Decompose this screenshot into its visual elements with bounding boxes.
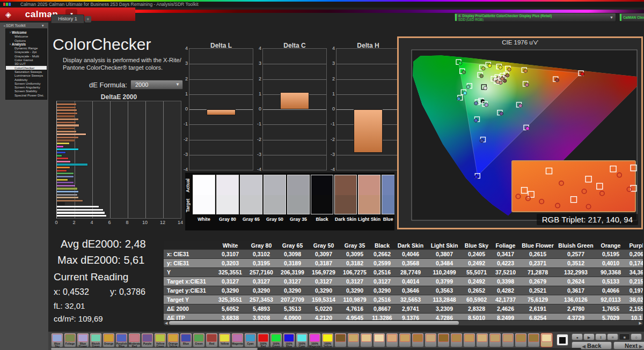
sidebar-item-spectral-power-dist-[interactable]: Spectral Power Dist. <box>6 93 47 97</box>
patch-button-skin-26[interactable] <box>386 333 398 347</box>
patch-button-skin-25[interactable] <box>373 333 385 347</box>
patch-button-100-red[interactable]: 100% Red <box>257 333 269 347</box>
sidebar-collapse-icon[interactable]: + <box>3 24 6 28</box>
y-tick-label: 4 <box>180 46 188 51</box>
patch-button-skin-35[interactable] <box>502 333 514 347</box>
table-cell: 5,7029 <box>596 314 626 320</box>
swatch-blue-sky[interactable]: Blue Sky <box>382 175 394 222</box>
sidebar-item-color-gamut[interactable]: Color Gamut <box>6 58 47 62</box>
patch-button-purplish-blue[interactable]: Purplish Blue <box>115 333 128 347</box>
patch-button-cyan[interactable]: Cyan <box>244 333 257 347</box>
patch-button-skin-24[interactable] <box>360 333 372 347</box>
patch-color-chip <box>529 334 539 342</box>
patch-button-purple[interactable]: Purple <box>141 333 153 347</box>
patch-button-skin-33[interactable] <box>476 333 488 347</box>
sidebar-item-additivity[interactable]: Additivity <box>6 78 47 81</box>
sidebar-item-luminance-sweeps[interactable]: Luminance Sweeps <box>6 73 47 77</box>
transport-button-1[interactable]: ● <box>572 333 583 340</box>
scroll-left-icon[interactable]: ◀ <box>165 321 167 325</box>
patch-button-skin-28[interactable] <box>412 333 424 347</box>
sidebar-item-colorchecker[interactable]: ColorChecker <box>6 66 47 70</box>
sidebar-pin-icon[interactable]: ▾ <box>42 24 44 28</box>
sidebar-item-screen-angularity[interactable]: Screen Angularity <box>6 85 47 89</box>
y-tick-label: 3 <box>180 61 188 66</box>
patch-button-blue[interactable]: Blue <box>180 333 192 347</box>
patch-button-skin-22[interactable] <box>334 333 347 347</box>
patch-button-skin-31[interactable] <box>450 333 463 347</box>
de-formula-dropdown[interactable]: 2000 ▼ <box>130 80 183 90</box>
patch-button-orange[interactable]: Orange <box>103 333 115 347</box>
sidebar-item-grayscale-2pt[interactable]: Grayscale - 2pt <box>6 50 47 54</box>
cie-measured-point <box>508 68 511 71</box>
sidebar-item-dynamic-range[interactable]: Dynamic Range <box>6 46 47 50</box>
scroll-right-icon[interactable]: ▶ <box>639 321 642 325</box>
transport-button-6[interactable]: ○ <box>631 333 642 340</box>
stop-pattern-button[interactable] <box>557 334 568 346</box>
patch-button-blue-flower[interactable]: Blue Flower <box>77 333 89 347</box>
patch-button-100-cyan[interactable]: 100% Cyan <box>296 333 308 347</box>
patch-button-skin-23[interactable] <box>347 333 360 347</box>
device-button-2[interactable]: CalMAN Client 3 Pattern Generator▼ <box>619 13 644 22</box>
patch-button-100-magenta[interactable]: 100% Magenta <box>309 333 321 347</box>
patch-button-skin-36[interactable] <box>515 333 527 347</box>
toolbar-scrollbar-thumb[interactable] <box>51 348 258 350</box>
patch-color-chip <box>374 334 384 342</box>
device-button-1[interactable]: d. Display Pro/Calibrite ColorChecker Di… <box>454 13 616 22</box>
sidebar-item-3d-lut[interactable]: 3D LUT <box>6 62 47 65</box>
sidebar-group-analysis[interactable]: ›Analysis <box>6 42 47 46</box>
patch-button-skin-38[interactable] <box>540 333 553 347</box>
table-cell: 0,3182 <box>339 259 370 267</box>
transport-button-4[interactable]: ≡ <box>607 333 618 340</box>
toolbar-scrollbar[interactable] <box>51 348 581 350</box>
patch-button-skin-34[interactable] <box>489 333 501 347</box>
tab-history-1[interactable]: History 1 <box>51 14 84 23</box>
swatch-black[interactable]: Black <box>311 175 333 222</box>
sidebar-item-saturation-sweeps[interactable]: Saturation Sweeps <box>6 70 47 73</box>
patch-button-moderate-red[interactable]: Moderate Red <box>128 333 141 347</box>
sidebar-item-screen-stability[interactable]: Screen Stability <box>6 89 47 93</box>
swatch-white[interactable]: White <box>193 175 215 222</box>
patch-button-orange-yellow[interactable]: Orange Yellow <box>167 333 179 347</box>
deltae-bar <box>57 182 74 183</box>
table-scrollbar[interactable]: ◀ ▶ <box>164 321 643 325</box>
patch-button-100-yellow[interactable]: 100% Yellow <box>321 333 334 347</box>
swatch-gray-35[interactable]: Gray 35 <box>287 175 310 222</box>
inset-measured-point <box>617 173 621 177</box>
patch-button-magenta[interactable]: Magenta <box>231 333 244 347</box>
y-tick-label: 0 <box>254 106 261 111</box>
svg-text:0,1: 0,1 <box>445 222 452 228</box>
patch-button-100-green[interactable]: 100% Green <box>270 333 282 347</box>
patch-button-green[interactable]: Green <box>193 333 205 347</box>
sidebar-item-screen-uniformity[interactable]: Screen Uniformity <box>6 81 47 85</box>
patch-button-skin-37[interactable] <box>528 333 540 347</box>
patch-button-skin-30[interactable] <box>437 333 450 347</box>
cie-1976-panel[interactable]: CIE 1976 u'v' 00,050,10,150,20,250,30,35… <box>397 36 643 229</box>
patch-button-red[interactable]: Red <box>206 333 218 347</box>
sidebar-group-welcome[interactable]: ›Welcome <box>6 31 47 34</box>
table-cell: 0,2516 <box>370 268 394 277</box>
patch-button-bluish-green[interactable]: Bluish Green <box>90 333 102 347</box>
patch-button-yellow-green[interactable]: Yellow Green <box>154 333 166 347</box>
swatch-gray-65[interactable]: Gray 65 <box>240 175 262 222</box>
swatch-gray-80[interactable]: Gray 80 <box>216 175 239 222</box>
swatch-gray-50[interactable]: Gray 50 <box>264 175 286 222</box>
sidebar-item-grayscale-multi[interactable]: Grayscale - Multi <box>6 54 47 58</box>
patch-button-blue-sky[interactable]: Blue Sky <box>51 333 63 347</box>
gridline <box>163 101 164 218</box>
transport-button-2[interactable]: ▶ <box>583 333 595 340</box>
swatch-dark-skin[interactable]: Dark Skin <box>334 175 357 222</box>
table-scrollbar-thumb[interactable] <box>169 321 459 325</box>
patch-button-foliage[interactable]: Foliage <box>64 333 76 347</box>
transport-button-5[interactable]: ■ <box>619 333 630 340</box>
swatch-light-skin[interactable]: Light Skin <box>358 175 380 222</box>
next-button[interactable]: Next ▶ <box>613 341 644 349</box>
patch-button-yellow[interactable]: Yellow <box>218 333 231 347</box>
sidebar-item-welcome[interactable]: Welcome <box>6 34 47 38</box>
patch-button-skin-29[interactable] <box>425 333 437 347</box>
patch-button-skin-32[interactable] <box>463 333 475 347</box>
patch-button-100-blue[interactable]: 100% Blue <box>283 333 295 347</box>
new-tab-button[interactable]: + <box>85 16 91 23</box>
patch-button-skin-27[interactable] <box>399 333 411 347</box>
transport-button-3[interactable]: ‖ <box>595 333 606 340</box>
sidebar-item-options[interactable]: Options <box>6 39 47 42</box>
